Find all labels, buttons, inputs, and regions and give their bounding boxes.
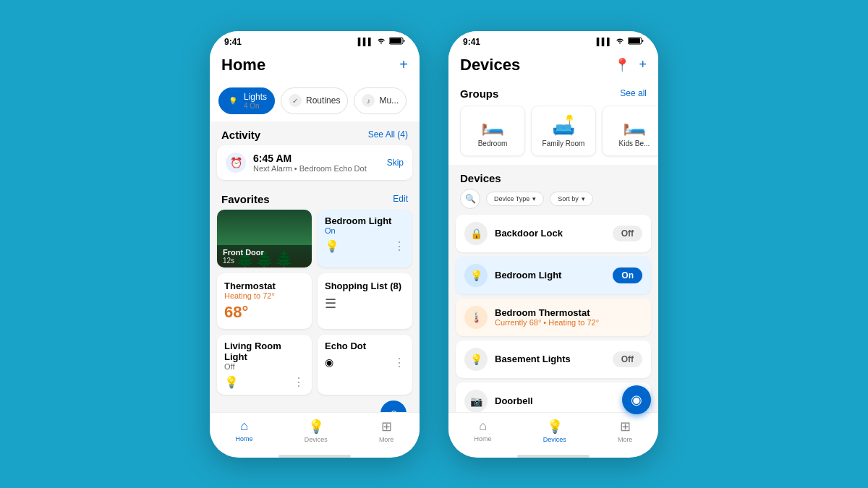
nav-home[interactable]: ⌂ Home xyxy=(236,419,253,443)
devices-add-button[interactable]: + xyxy=(639,57,647,72)
activity-section-header: Activity See All (4) xyxy=(210,121,420,145)
shopping-list-content: Shopping List (8) ☰ xyxy=(318,273,412,319)
bedroom-light-title: Bedroom Light xyxy=(325,215,405,226)
devices-title: Devices xyxy=(460,56,520,74)
favorites-edit[interactable]: Edit xyxy=(393,194,408,204)
more-nav-label-2: More xyxy=(618,436,633,443)
device-type-filter[interactable]: Device Type ▾ xyxy=(486,192,544,206)
status-bar-devices: 9:41 ▌▌▌ xyxy=(448,31,658,50)
group-kids-bedroom[interactable]: 🛏️ Kids Be... xyxy=(602,106,658,156)
camera-feed: 🌲 🌲 🌲 Front Door 12s xyxy=(217,210,312,267)
home-nav-label: Home xyxy=(236,435,253,442)
location-icon[interactable]: 📍 xyxy=(614,57,630,73)
search-button[interactable]: 🔍 xyxy=(460,189,480,209)
echo-dot-more[interactable]: ⋮ xyxy=(393,356,405,369)
home-indicator-1 xyxy=(278,455,351,458)
echo-dot-title: Echo Dot xyxy=(325,341,405,351)
skip-button[interactable]: Skip xyxy=(387,158,404,168)
status-icons-1: ▌▌▌ xyxy=(358,37,405,46)
camera-sub: 12s xyxy=(223,257,306,265)
fav-front-door[interactable]: 🌲 🌲 🌲 Front Door 12s xyxy=(217,210,312,267)
camera-label: Front Door xyxy=(223,248,306,257)
qa-routines-label: Routines xyxy=(306,95,340,106)
phone-devices: 9:41 ▌▌▌ Devices 📍 + xyxy=(448,31,658,458)
sort-by-label: Sort by xyxy=(558,195,579,202)
home-screen-content: Home + 💡 Lights 4 On ✓ Routines ♪ M xyxy=(210,50,420,412)
qa-lights[interactable]: 💡 Lights 4 On xyxy=(218,87,275,114)
status-time-2: 9:41 xyxy=(463,37,480,47)
svg-rect-3 xyxy=(629,38,640,43)
doorbell-icon-circle: 📷 xyxy=(464,390,488,412)
device-type-chevron: ▾ xyxy=(532,195,536,202)
alarm-time: 6:45 AM xyxy=(253,153,380,164)
home-add-button[interactable]: + xyxy=(399,56,408,73)
see-more-button[interactable]: ◎ See More xyxy=(380,401,408,412)
device-backdoor-lock[interactable]: 🔒 Backdoor Lock Off xyxy=(456,215,651,252)
filter-row: 🔍 Device Type ▾ Sort by ▾ xyxy=(448,189,658,215)
phone-home: 9:41 ▌▌▌ Home + 💡 Lights xyxy=(210,31,420,458)
status-bar-home: 9:41 ▌▌▌ xyxy=(210,31,420,50)
bedroom-light-toggle[interactable]: On xyxy=(613,267,642,283)
phones-container: 9:41 ▌▌▌ Home + 💡 Lights xyxy=(210,31,658,458)
qa-lights-label: Lights xyxy=(244,92,267,102)
thermostat-icon-circle: 🌡️ xyxy=(464,306,488,329)
alarm-sub: Next Alarm • Bedroom Echo Dot xyxy=(253,164,380,173)
devices-nav-label-2: Devices xyxy=(543,436,566,443)
devices-nav-icon-2: 💡 xyxy=(547,419,563,435)
nav-devices-2[interactable]: 💡 Devices xyxy=(543,419,566,443)
home-title: Home xyxy=(221,56,265,74)
living-room-content: Living Room Light Off 💡 ⋮ xyxy=(217,335,312,395)
fav-shopping-list[interactable]: Shopping List (8) ☰ xyxy=(318,273,412,329)
quick-actions-bar: 💡 Lights 4 On ✓ Routines ♪ Mu... xyxy=(210,82,420,121)
device-bedroom-light[interactable]: 💡 Bedroom Light On xyxy=(456,257,651,294)
thermostat-name: Bedroom Thermostat xyxy=(495,307,642,318)
fav-living-room-light[interactable]: Living Room Light Off 💡 ⋮ xyxy=(217,335,312,395)
basement-lights-toggle[interactable]: Off xyxy=(613,351,642,367)
nav-more[interactable]: ⊞ More xyxy=(379,419,394,443)
basement-lights-name: Basement Lights xyxy=(495,354,605,364)
group-family-room[interactable]: 🛋️ Family Room xyxy=(531,106,596,156)
alarm-icon: ⏰ xyxy=(226,153,246,173)
echo-dot-icon: ◉ xyxy=(325,356,333,368)
fav-echo-dot[interactable]: Echo Dot ◉ ⋮ xyxy=(318,335,412,395)
lock-toggle[interactable]: Off xyxy=(613,226,642,241)
activity-see-all[interactable]: See All (4) xyxy=(368,129,408,140)
nav-more-2[interactable]: ⊞ More xyxy=(618,419,633,443)
thermostat-content: Thermostat Heating to 72° 68° xyxy=(217,273,312,329)
fab-button[interactable]: ◉ xyxy=(622,385,651,414)
shopping-list-icon: ☰ xyxy=(325,296,405,312)
see-more-circle: ◎ xyxy=(380,401,407,412)
nav-devices[interactable]: 💡 Devices xyxy=(305,419,328,443)
qa-routines[interactable]: ✓ Routines xyxy=(281,87,348,114)
group-bedroom[interactable]: 🛏️ Bedroom xyxy=(460,106,525,156)
nav-home-2[interactable]: ⌂ Home xyxy=(475,419,492,443)
bedroom-light-icon-circle: 💡 xyxy=(464,264,488,287)
device-basement-lights[interactable]: 💡 Basement Lights Off xyxy=(456,341,651,378)
lock-icon-circle: 🔒 xyxy=(464,222,488,245)
living-room-icon: 💡 xyxy=(224,375,239,389)
thermostat-sub: Heating to 72° xyxy=(224,291,305,300)
groups-see-all[interactable]: See all xyxy=(620,88,647,98)
bottom-nav-devices: ⌂ Home 💡 Devices ⊞ More xyxy=(448,412,658,452)
sort-by-filter[interactable]: Sort by ▾ xyxy=(550,192,593,206)
fab-icon: ◉ xyxy=(631,392,642,408)
kids-room-illustration: 🛏️ xyxy=(623,114,646,137)
bedroom-group-illustration: 🛏️ xyxy=(481,114,504,137)
device-bedroom-thermostat[interactable]: 🌡️ Bedroom Thermostat Currently 68° • He… xyxy=(456,299,651,336)
devices-nav-label: Devices xyxy=(305,436,328,443)
thermostat-title: Thermostat xyxy=(224,281,305,291)
bedroom-light-more[interactable]: ⋮ xyxy=(393,239,405,253)
qa-music[interactable]: ♪ Mu... xyxy=(354,87,407,114)
device-list: 🔒 Backdoor Lock Off 💡 Bedroom Light On xyxy=(448,215,658,412)
fav-bedroom-light[interactable]: Bedroom Light On 💡 ⋮ xyxy=(318,210,412,267)
thermostat-sub: Currently 68° • Heating to 72° xyxy=(495,318,642,327)
echo-dot-content: Echo Dot ◉ ⋮ xyxy=(318,335,412,375)
living-room-more[interactable]: ⋮ xyxy=(293,375,305,389)
fav-thermostat[interactable]: Thermostat Heating to 72° 68° xyxy=(217,273,312,329)
qa-lights-sub: 4 On xyxy=(244,102,267,110)
devices-list-section: Devices 🔍 Device Type ▾ Sort by ▾ � xyxy=(448,165,658,412)
signal-icon: ▌▌▌ xyxy=(358,38,373,46)
lock-name: Backdoor Lock xyxy=(495,228,605,239)
favorites-title: Favorites xyxy=(221,193,270,205)
more-nav-icon: ⊞ xyxy=(381,419,392,435)
